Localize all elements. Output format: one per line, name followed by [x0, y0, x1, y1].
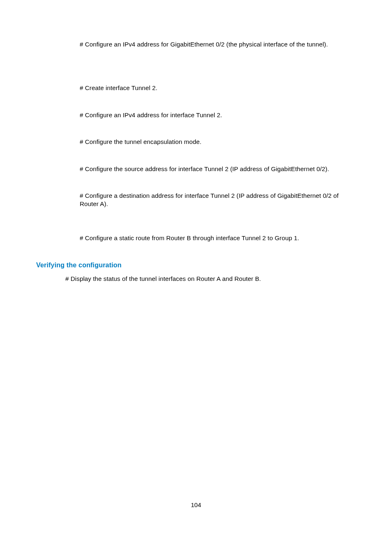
config-step: # Configure the source address for inter… — [80, 165, 357, 173]
body-text: # Display the status of the tunnel inter… — [65, 275, 357, 283]
page-number: 104 — [0, 501, 392, 508]
config-step: # Create interface Tunnel 2. — [80, 84, 357, 92]
config-step: # Configure the tunnel encapsulation mod… — [80, 138, 357, 146]
config-step: # Configure an IPv4 address for interfac… — [80, 111, 357, 119]
config-step: # Configure a static route from Router B… — [80, 234, 357, 242]
page-content: # Configure an IPv4 address for GigabitE… — [36, 40, 357, 283]
config-step: # Configure a destination address for in… — [80, 192, 357, 209]
section-heading: Verifying the configuration — [36, 261, 357, 269]
config-step: # Configure an IPv4 address for GigabitE… — [80, 40, 357, 49]
